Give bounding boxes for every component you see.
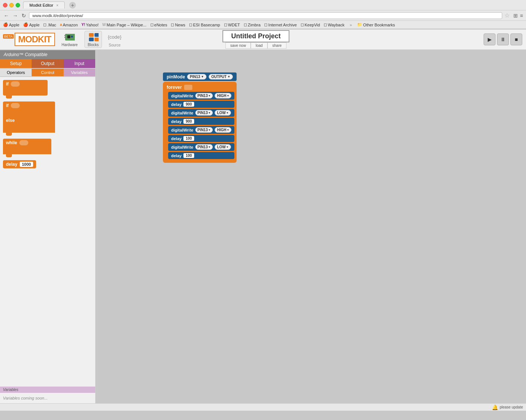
bookmark-news[interactable]: ◻ News (171, 22, 185, 27)
dw4-pin-dropdown[interactable]: PIN13▼ (195, 144, 213, 150)
dw1-val-chevron: ▼ (227, 94, 229, 97)
d2-value[interactable]: 900 (183, 119, 194, 124)
dw2-pin-chevron: ▼ (208, 112, 211, 114)
forever-label: forever (167, 85, 182, 90)
tab-setup[interactable]: Setup (0, 59, 32, 69)
play-button[interactable]: ▶ (484, 33, 495, 45)
blocks-tool-button[interactable]: Blocks (84, 31, 102, 48)
if-else-top: if (3, 101, 55, 110)
if-else-block[interactable]: if else (3, 101, 55, 136)
bookmark-wdet[interactable]: ◻ WDET (224, 22, 240, 27)
hardware-tool-label: Hardware (62, 43, 78, 47)
load-button[interactable]: load (251, 42, 267, 49)
delay-block-3[interactable]: delay 100 (168, 135, 234, 142)
bookmark-zimbra[interactable]: ◻ Zimbra (244, 22, 260, 27)
bookmark-wayback[interactable]: ◻ Wayback (324, 22, 344, 27)
if2-label: if (6, 103, 9, 108)
delay-block[interactable]: delay 1000 (3, 160, 36, 168)
minimize-window-button[interactable] (9, 3, 14, 7)
logo-text: MODKIT (18, 34, 51, 45)
app: BETA MODKIT Hardware (0, 29, 526, 411)
share-button[interactable]: share (267, 42, 286, 49)
delay-value[interactable]: 1000 (20, 162, 33, 167)
d1-value[interactable]: 900 (183, 102, 194, 107)
project-title[interactable]: Untitled Project (222, 30, 289, 42)
while-block[interactable]: while (3, 139, 51, 157)
browser-titlebar: Modkit Editor × + (0, 0, 526, 10)
hardware-tool-button[interactable]: Hardware (59, 31, 81, 48)
digitalwrite-block-4[interactable]: digitalWrite PIN13▼ LOW▼ (168, 143, 234, 151)
bookmark-other[interactable]: 📁 Other Bookmarks (357, 22, 395, 27)
forward-button[interactable]: → (12, 13, 19, 19)
dw4-val-chevron: ▼ (226, 146, 229, 148)
bookmark-enotes[interactable]: ◻ eNotes (150, 22, 167, 27)
forever-block[interactable]: forever digitalWrite PIN13▼ HIGH▼ delay … (163, 82, 237, 163)
dw3-pin-dropdown[interactable]: PIN13▼ (195, 127, 213, 133)
blocks-palette: if if else (0, 77, 95, 387)
delay-block-1[interactable]: delay 900 (168, 101, 234, 108)
refresh-button[interactable]: ↻ (21, 13, 27, 19)
pinmode-block[interactable]: pinMode PIN13▼ OUTPUT▼ (163, 72, 237, 81)
bookmark-keepvid[interactable]: ◻ KeepVid (301, 22, 320, 27)
tab-output[interactable]: Output (32, 59, 63, 69)
stop-button[interactable]: ■ (510, 33, 522, 45)
save-now-button[interactable]: save now (225, 42, 251, 49)
tab-close-button[interactable]: × (56, 3, 58, 7)
close-window-button[interactable] (3, 3, 7, 7)
delay-block-2[interactable]: delay 900 (168, 118, 234, 125)
dw2-pin-dropdown[interactable]: PIN13▼ (195, 110, 213, 116)
maximize-window-button[interactable] (16, 3, 20, 7)
sidebar: Arduino™ Compatible Setup Output Input O… (0, 50, 96, 403)
bookmark-star-icon[interactable]: ☆ (504, 12, 510, 19)
dw1-pin-dropdown[interactable]: PIN13▼ (195, 93, 213, 98)
menu-icon[interactable]: ≡ (520, 13, 523, 19)
dw1-val-dropdown[interactable]: HIGH▼ (215, 93, 231, 98)
source-tool-button[interactable]: {code} Source (106, 31, 124, 48)
d4-value[interactable]: 100 (183, 153, 194, 158)
bookmark-apple1[interactable]: 🍎 Apple (3, 22, 19, 27)
dw3-val-dropdown[interactable]: HIGH▼ (215, 127, 231, 133)
pause-button[interactable]: ⏸ (497, 33, 509, 45)
bookmark-esi[interactable]: ◻ ESI Basecamp (189, 22, 220, 27)
digitalwrite-block-1[interactable]: digitalWrite PIN13▼ HIGH▼ (168, 92, 234, 100)
mode-chevron-icon: ▼ (227, 75, 230, 78)
svg-rect-9 (89, 38, 94, 41)
dw2-val-dropdown[interactable]: LOW▼ (215, 110, 231, 116)
d3-label: delay (171, 136, 182, 141)
block-subtabs: Operators Control Variables (0, 69, 95, 77)
bookmark-wikipedia[interactable]: W Main Page – Wikipe... (102, 23, 146, 27)
bookmark-yahoo[interactable]: Y! Yahoo! (81, 23, 99, 27)
pinmode-mode-dropdown[interactable]: OUTPUT▼ (209, 74, 233, 80)
pinmode-pin-dropdown[interactable]: PIN13▼ (187, 74, 206, 80)
new-tab-button[interactable]: + (69, 2, 76, 9)
source-icon: {code} (109, 32, 120, 42)
digitalwrite-block-2[interactable]: digitalWrite PIN13▼ LOW▼ (168, 109, 234, 117)
dw2-val-chevron: ▼ (226, 112, 229, 114)
subtab-control[interactable]: Control (32, 69, 63, 77)
bookmark-apple2[interactable]: 🍎 Apple (23, 22, 39, 27)
browser-tab[interactable]: Modkit Editor × (23, 1, 65, 9)
canvas-program-blocks: pinMode PIN13▼ OUTPUT▼ forever (163, 72, 237, 163)
delay-block-4[interactable]: delay 100 (168, 152, 234, 159)
svg-rect-1 (64, 35, 66, 36)
dw4-val-dropdown[interactable]: LOW▼ (215, 144, 231, 150)
bookmark-mac[interactable]: ◻ .Mac (43, 22, 56, 27)
hardware-icon (64, 32, 75, 42)
bookmark-archive[interactable]: ◻ Internet Archive (264, 22, 296, 27)
bookmark-amazon[interactable]: a Amazon (60, 23, 78, 27)
url-input[interactable]: www.modk.it/editor/preview/ (29, 12, 502, 19)
back-button[interactable]: ← (3, 13, 10, 19)
dw3-pin-chevron: ▼ (208, 129, 211, 131)
if-body (3, 110, 55, 116)
if-block[interactable]: if (3, 80, 48, 98)
dw2-label: digitalWrite (171, 111, 193, 115)
subtab-variables[interactable]: Variables (64, 69, 95, 77)
digitalwrite-block-3[interactable]: digitalWrite PIN13▼ HIGH▼ (168, 126, 234, 134)
extensions-icon[interactable]: ⊞ (513, 13, 518, 19)
subtab-operators[interactable]: Operators (0, 69, 32, 77)
tab-input[interactable]: Input (64, 59, 95, 69)
d3-value[interactable]: 100 (183, 136, 194, 141)
blocks-tool-label: Blocks (88, 43, 99, 47)
canvas-area[interactable]: pinMode PIN13▼ OUTPUT▼ forever (96, 50, 526, 403)
variables-section-header: Variables (0, 387, 95, 393)
